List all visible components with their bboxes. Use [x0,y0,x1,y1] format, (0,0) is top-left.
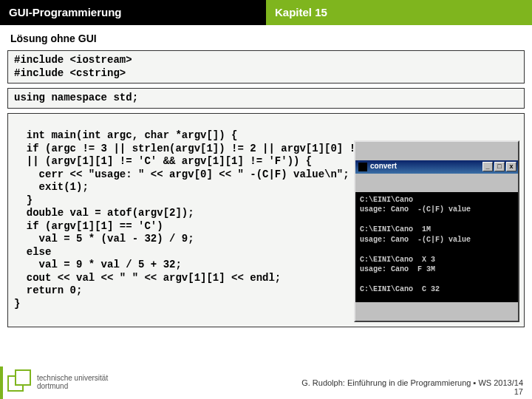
slide-subtitle: Lösung ohne GUI [0,25,532,50]
code-block-using: using namespace std; [7,88,525,109]
console-output: C:\EINI\Cano usage: Cano -(C|F) value C:… [355,192,518,302]
code-text: int main(int argc, char *argv[]) { if (a… [14,129,386,310]
code-block-includes: #include <iostream> #include <cstring> [7,50,525,83]
console-window: convert _ □ x C:\EINI\Cano usage: Cano -… [354,140,519,322]
header-topic: GUI-Programmierung [0,0,266,25]
console-app-icon [358,163,367,171]
header-chapter: Kapitel 15 [266,0,532,25]
slide-number: 17 [301,387,523,396]
console-title: convert [370,162,397,171]
tu-logo-icon [7,369,33,395]
university-logo: technische universität dortmund [7,369,108,395]
footer-credit: G. Rudolph: Einführung in die Programmie… [301,378,523,387]
slide-footer: G. Rudolph: Einführung in die Programmie… [301,378,523,396]
close-button[interactable]: x [506,162,516,171]
accent-bar [0,366,3,399]
maximize-button[interactable]: □ [494,162,505,171]
minimize-button[interactable]: _ [482,162,493,171]
console-titlebar: convert _ □ x [355,160,518,174]
code-block-main: int main(int argc, char *argv[]) { if (a… [7,113,525,327]
slide-header: GUI-Programmierung Kapitel 15 [0,0,532,25]
tu-logo-text: technische universität dortmund [37,374,108,390]
